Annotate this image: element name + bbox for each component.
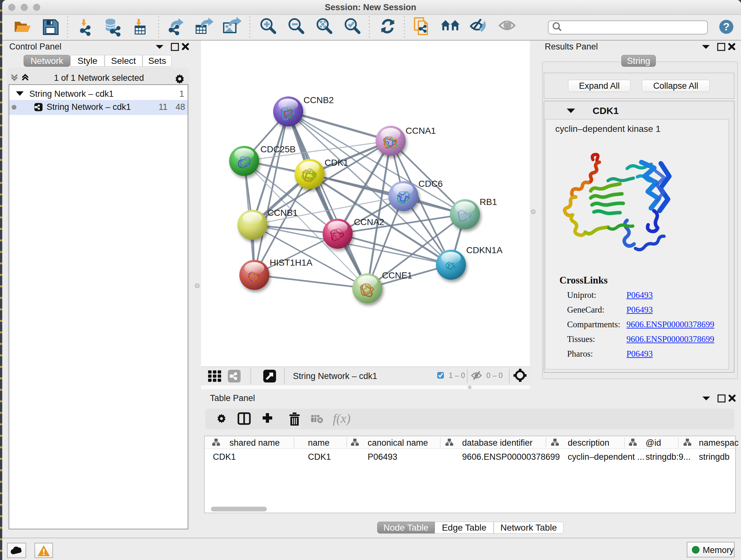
svg-text:CDC6: CDC6 — [418, 179, 443, 189]
svg-text:CDC25B: CDC25B — [260, 144, 295, 154]
svg-text:CCNB2: CCNB2 — [304, 95, 334, 105]
svg-text:0 – 0: 0 – 0 — [486, 371, 502, 380]
svg-text:f(x): f(x) — [333, 411, 351, 426]
svg-text:CDK1: CDK1 — [325, 158, 348, 168]
svg-text:String Network – cdk1: String Network – cdk1 — [293, 371, 377, 381]
svg-text:HIST1H1A: HIST1H1A — [270, 258, 313, 267]
svg-text:RB1: RB1 — [480, 197, 497, 207]
svg-text:CCNB1: CCNB1 — [267, 208, 298, 218]
svg-text:CCNA2: CCNA2 — [354, 217, 384, 227]
svg-text:CCNA1: CCNA1 — [406, 126, 436, 136]
svg-text:CDKN1A: CDKN1A — [466, 245, 502, 255]
svg-text:?: ? — [723, 20, 730, 33]
svg-text:CCNE1: CCNE1 — [382, 270, 412, 280]
svg-text:1 – 0: 1 – 0 — [449, 371, 465, 380]
